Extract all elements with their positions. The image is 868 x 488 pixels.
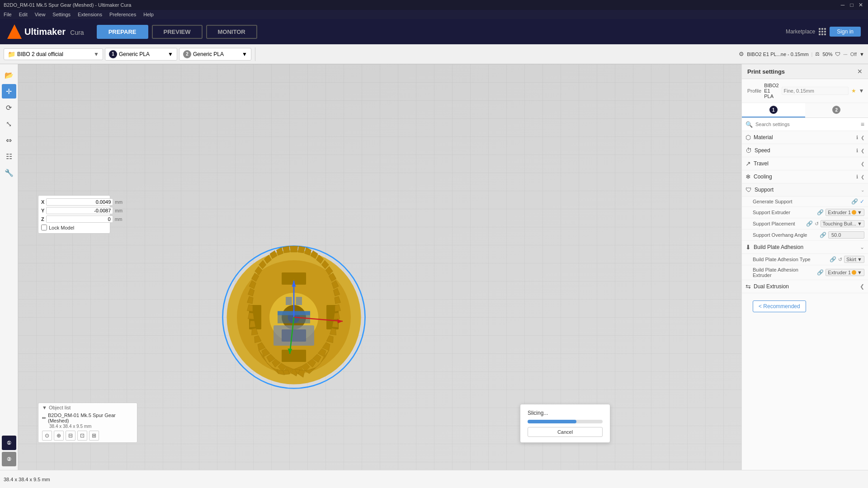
minimize-button[interactable]: ─ [839,1,846,9]
menu-edit[interactable]: Edit [19,12,28,17]
support-extruder-select[interactable]: Extruder 1 ▼ [826,209,864,216]
support-overhang-number: 50.0 [831,232,841,238]
material-icon: ⬡ [745,134,751,141]
bpa-extruder-value: Extruder 1 [828,270,851,275]
support-placement-value: Touching Buil... [823,221,857,226]
extruder2-tab[interactable]: 2 [805,103,868,117]
bpa-expand-icon: ⌄ [860,244,864,250]
obj-action-1[interactable]: ⊙ [42,431,52,441]
support-label: Off [850,52,857,57]
pct-label: 50% [822,52,832,57]
bpa-type-select[interactable]: Skirt ▼ [844,256,864,263]
menu-settings[interactable]: Settings [52,12,71,17]
svg-rect-4 [282,350,306,362]
support-placement-reset-icon[interactable]: ↺ [815,221,819,227]
viewport[interactable]: X mm Y mm Z mm Lock Model [18,64,741,470]
travel-label: Travel [754,160,858,167]
support-extruder-link-icon[interactable]: 🔗 [817,209,824,216]
sidebar-scale-tool[interactable]: ⤡ [2,117,16,131]
support-extruder-dot [852,210,856,215]
sidebar-move-tool[interactable]: ✛ [2,84,16,99]
slicing-cancel-button[interactable]: Cancel [528,427,603,437]
category-travel[interactable]: ↗ Travel ❮ [742,157,868,170]
extruder2-tab-badge: 2 [832,106,840,114]
sidebar-ext2[interactable]: ② [2,452,16,466]
obj-action-3[interactable]: ⊟ [66,431,75,441]
generate-support-link-icon[interactable]: 🔗 [851,198,858,205]
close-button[interactable]: ✕ [857,1,864,9]
support-overhang-value[interactable]: 50.0 [828,231,864,239]
profile-favorite-icon[interactable]: ★ [851,88,856,94]
print-settings-title: Print settings [747,68,785,75]
sidebar-open-file[interactable]: 📂 [2,68,16,82]
apps-grid-icon[interactable] [819,28,826,35]
monitor-tab[interactable]: MONITOR [206,25,257,39]
obj-action-5[interactable]: ⊞ [89,431,99,441]
support-placement-select[interactable]: Touching Buil... ▼ [821,220,865,227]
category-support[interactable]: 🛡 Support ⌄ [742,183,868,197]
sidebar-rotate-tool[interactable]: ⟳ [2,100,16,115]
bpa-header[interactable]: ⬇ Build Plate Adhesion ⌄ [742,241,868,254]
speed-info-icon[interactable]: ℹ [856,148,858,154]
category-material[interactable]: ⬡ Material ℹ ❮ [742,131,868,144]
slicing-progress-bar [528,420,603,423]
support-overhang-item: Support Overhang Angle 🔗 50.0 [742,230,868,241]
cooling-info-icon[interactable]: ℹ [856,174,858,180]
profile-expand-icon[interactable]: ▼ [859,88,864,94]
maximize-button[interactable]: □ [848,1,855,9]
main-toolbar: Ultimaker Cura PREPARE PREVIEW MONITOR M… [0,19,868,44]
lock-model-checkbox[interactable] [41,225,47,230]
sidebar-per-model[interactable]: ☷ [2,149,16,164]
material-info-icon[interactable]: ℹ [856,135,858,141]
support-extruder-label: Support Extruder [753,210,815,215]
settings-menu-icon[interactable]: ≡ [861,121,864,128]
bpa-extruder-link-icon[interactable]: 🔗 [817,269,824,276]
menu-preferences[interactable]: Preferences [109,12,136,17]
slicing-progress-fill [528,420,576,423]
sidebar-mirror-tool[interactable]: ⇔ [2,133,16,147]
object-list-panel: ▼ Object list ✏ B2DO_RM-01 Mk.5 Spur Gea… [38,403,137,443]
obj-action-4[interactable]: ⊡ [77,431,87,441]
marketplace-button[interactable]: Marketplace [786,28,815,35]
preview-tab[interactable]: PREVIEW [152,25,203,39]
dual-extrusion-row[interactable]: ⇆ Dual Extrusion ❮ [742,280,868,293]
bpa-type-reset-icon[interactable]: ↺ [838,257,842,263]
object-list-title[interactable]: ▼ Object list [42,405,133,410]
z-input[interactable] [46,216,113,223]
bpa-extruder-label: Build Plate Adhesion Extruder [753,267,815,278]
obj-action-2[interactable]: ⊕ [54,431,64,441]
support-placement-link-icon[interactable]: 🔗 [806,221,813,227]
support-extruder-value: Extruder 1 [828,210,851,215]
object-list-tri: ▼ [42,405,47,410]
print-settings-close-button[interactable]: ✕ [857,68,863,75]
signin-button[interactable]: Sign in [830,27,861,37]
bpa-type-link-icon[interactable]: 🔗 [830,256,836,263]
bpa-extruder-select[interactable]: Extruder 1 ▼ [826,269,864,276]
menu-view[interactable]: View [35,12,46,17]
prepare-tab[interactable]: PREPARE [97,25,148,39]
generate-support-label: Generate Support [753,199,849,204]
recommended-button[interactable]: < Recommended [753,300,806,312]
statusbar: 38.4 x 38.4 x 9.5 mm [0,470,868,488]
category-cooling[interactable]: ❄ Cooling ℹ ❮ [742,170,868,183]
material1-select[interactable]: 1 Generic PLA ▼ [105,48,177,61]
sidebar-ext1[interactable]: ① [2,436,16,450]
sidebar-support-blocker[interactable]: 🔧 [2,165,16,180]
menu-extensions[interactable]: Extensions [78,12,102,17]
settings-search-input[interactable] [755,122,858,127]
menu-file[interactable]: File [4,12,12,17]
extruder2-badge: 2 [183,50,191,58]
y-label: Y [41,208,44,213]
support-overhang-link-icon[interactable]: 🔗 [820,232,826,238]
menu-help[interactable]: Help [143,12,154,17]
x-input[interactable] [46,198,113,206]
profile-filter-input[interactable] [782,87,849,95]
material2-select[interactable]: 2 Generic PLA ▼ [179,48,251,61]
category-speed[interactable]: ⏱ Speed ℹ ❮ [742,144,868,157]
extruder1-tab[interactable]: 1 [742,103,805,117]
generate-support-check-icon[interactable]: ✓ [860,198,864,205]
logo-icon [7,24,22,39]
printer-select[interactable]: 📁 BIBO 2 dual official ▼ [4,48,103,60]
y-input[interactable] [46,207,113,214]
profile-name: BIBO2 E1 PLA [764,83,778,99]
